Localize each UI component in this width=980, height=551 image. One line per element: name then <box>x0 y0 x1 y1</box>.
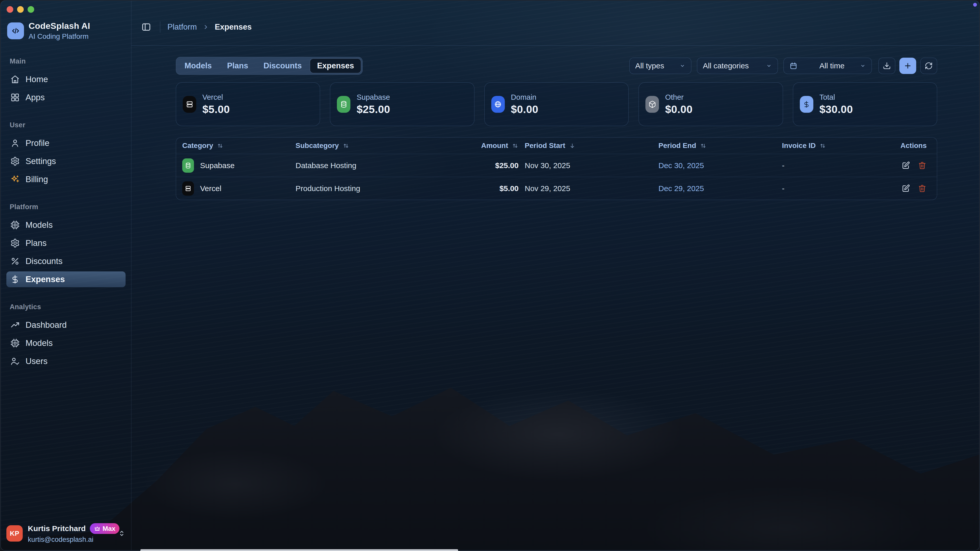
sidebar-item-plans[interactable]: Plans <box>6 235 126 251</box>
package-icon <box>646 96 659 113</box>
download-icon <box>883 62 891 70</box>
sidebar-item-profile[interactable]: Profile <box>6 135 126 151</box>
sort-icon <box>342 142 349 149</box>
sidebar-nav: Main Home Ap <box>6 57 126 369</box>
edit-button[interactable] <box>901 184 910 193</box>
cell-amount: $5.00 <box>500 184 519 193</box>
edit-button[interactable] <box>901 161 910 170</box>
sidebar-item-label: Apps <box>25 93 45 102</box>
database-icon <box>182 159 194 173</box>
export-button[interactable] <box>878 58 895 74</box>
sidebar-item-billing[interactable]: Billing <box>6 171 126 187</box>
percent-icon <box>10 256 20 266</box>
sort-icon <box>217 142 224 149</box>
col-actions[interactable]: Actions <box>900 141 927 150</box>
zoom-button[interactable] <box>27 6 34 13</box>
col-period-start[interactable]: Period Start <box>525 141 652 150</box>
chevron-down-icon <box>766 63 772 69</box>
minimize-button[interactable] <box>17 6 24 13</box>
content: Models Plans Discounts <box>131 46 979 200</box>
filter-bar: All types All categories All time <box>629 58 937 74</box>
col-amount[interactable]: Amount <box>481 141 519 150</box>
cell-period-end: Dec 30, 2025 <box>659 161 776 170</box>
app-logo <box>7 22 24 39</box>
cell-category: Supabase <box>200 161 234 170</box>
action-buttons <box>878 58 937 74</box>
cell-category: Vercel <box>200 184 221 193</box>
tab-discounts[interactable]: Discounts <box>256 59 309 73</box>
tab-models[interactable]: Models <box>177 59 219 73</box>
col-category[interactable]: Category <box>182 141 290 150</box>
add-expense-button[interactable] <box>899 58 916 74</box>
app-tagline: AI Coding Platform <box>29 32 90 41</box>
sidebar-item-apps[interactable]: Apps <box>6 89 126 105</box>
sort-icon <box>819 142 826 149</box>
tab-plans[interactable]: Plans <box>220 59 256 73</box>
nav-section-label: User <box>6 121 126 129</box>
calendar-icon <box>789 62 797 70</box>
tab-group: Models Plans Discounts <box>176 57 363 75</box>
sidebar-item-dashboard[interactable]: Dashboard <box>6 317 126 333</box>
breadcrumb-expenses: Expenses <box>215 22 251 32</box>
sidebar-item-users[interactable]: Users <box>6 353 126 369</box>
apps-icon <box>10 93 20 102</box>
chevron-down-icon <box>860 63 866 69</box>
breadcrumb-platform[interactable]: Platform <box>167 22 197 32</box>
server-icon <box>183 96 196 113</box>
type-filter-select[interactable]: All types <box>629 58 691 74</box>
category-filter-select[interactable]: All categories <box>697 58 778 74</box>
chevrons-up-down-icon[interactable] <box>118 530 126 537</box>
user-menu[interactable]: KP Kurtis Pritchard Max kurtis@codesplas… <box>6 523 126 544</box>
panel-left-icon <box>141 22 151 32</box>
nav-section-label: Main <box>6 57 126 65</box>
trending-up-icon <box>10 320 20 330</box>
plan-badge: Max <box>90 523 120 534</box>
server-icon <box>182 181 194 196</box>
col-invoice-id[interactable]: Invoice ID <box>782 141 889 150</box>
close-button[interactable] <box>6 6 13 13</box>
card-other: Other $0.00 <box>638 83 783 126</box>
sidebar-item-discounts[interactable]: Discounts <box>6 253 126 269</box>
delete-button[interactable] <box>918 184 927 193</box>
sidebar-item-label: Expenses <box>25 275 65 284</box>
sidebar-item-home[interactable]: Home <box>6 71 126 87</box>
cell-period-start: Nov 29, 2025 <box>525 184 652 193</box>
nav-section-label: Analytics <box>6 303 126 311</box>
sort-desc-icon <box>569 142 576 149</box>
time-filter-select[interactable]: All time <box>783 58 872 74</box>
breadcrumb: Platform Expenses <box>167 22 251 32</box>
cell-subcategory: Production Hosting <box>296 184 431 193</box>
table-row: Supabase Database Hosting $25.00 Nov 30,… <box>176 154 937 177</box>
col-period-end[interactable]: Period End <box>659 141 776 150</box>
sidebar-item-expenses[interactable]: Expenses <box>6 272 126 287</box>
card-supabase: Supabase $25.00 <box>330 83 474 126</box>
cpu-icon <box>10 220 20 230</box>
sidebar-item-settings[interactable]: Settings <box>6 153 126 169</box>
user-check-icon <box>10 356 20 366</box>
delete-button[interactable] <box>918 161 927 170</box>
card-total: Total $30.00 <box>793 83 937 126</box>
home-icon <box>10 75 20 84</box>
sidebar-item-models[interactable]: Models <box>6 217 126 233</box>
crown-icon <box>94 525 100 532</box>
sidebar-item-label: Billing <box>25 175 48 184</box>
sidebar: CodeSplash AI AI Coding Platform Main <box>1 1 131 550</box>
sidebar-item-label: Home <box>25 75 48 84</box>
sidebar-item-models[interactable]: Models <box>6 335 126 351</box>
sidebar-item-label: Models <box>25 220 52 230</box>
nav-section-label: Platform <box>6 203 126 211</box>
card-domain: Domain $0.00 <box>484 83 628 126</box>
user-icon <box>10 138 20 148</box>
col-subcategory[interactable]: Subcategory <box>296 141 431 150</box>
trash-icon <box>918 184 926 192</box>
card-vercel: Vercel $5.00 <box>176 83 320 126</box>
cell-invoice-id: - <box>782 184 889 193</box>
sidebar-item-label: Users <box>25 356 48 366</box>
refresh-button[interactable] <box>920 58 937 74</box>
window-controls <box>6 1 126 13</box>
sidebar-toggle-button[interactable] <box>140 21 153 34</box>
tab-expenses[interactable]: Expenses <box>310 59 361 73</box>
sidebar-item-label: Discounts <box>25 256 62 266</box>
brand: CodeSplash AI AI Coding Platform <box>6 21 126 41</box>
code-icon <box>11 26 21 36</box>
